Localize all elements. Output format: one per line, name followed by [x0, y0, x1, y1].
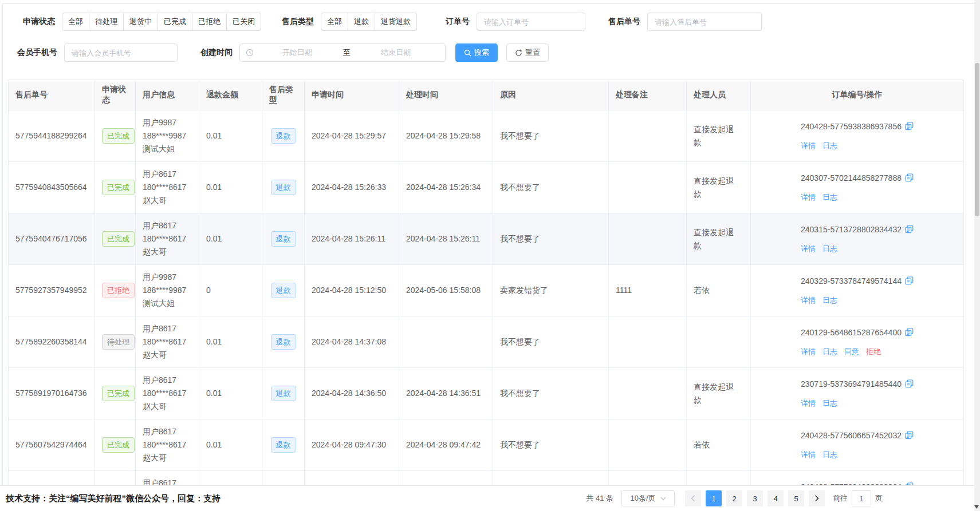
page-button-3[interactable]: 3	[747, 490, 763, 506]
op-同意-link[interactable]: 同意	[844, 347, 859, 356]
row-operations: 详情日志	[801, 448, 914, 461]
status-badge: 已完成	[102, 437, 135, 453]
scrollbar-thumb[interactable]	[975, 63, 979, 216]
vertical-scrollbar[interactable]	[974, 0, 980, 511]
user-info-cell: 用户8617180****8617赵大哥	[136, 162, 199, 213]
date-separator: 至	[341, 47, 353, 58]
type-filter-option-2[interactable]: 退货退款	[375, 13, 417, 31]
user-info-line: 188****9987	[143, 284, 192, 297]
type-cell: 退款	[262, 419, 305, 471]
table-row: 5775940476717056已完成用户8617180****8617赵大哥0…	[9, 213, 964, 265]
op-拒绝-link[interactable]: 拒绝	[866, 347, 881, 356]
user-info-line: 赵大哥	[143, 451, 192, 465]
status-filter-option-5[interactable]: 已关闭	[227, 13, 261, 31]
search-icon	[464, 49, 471, 57]
status-filter-option-1[interactable]: 待处理	[89, 13, 124, 31]
user-info-line: 赵大哥	[143, 194, 192, 207]
date-range-picker[interactable]: 开始日期 至 结束日期	[239, 43, 446, 62]
page-button-2[interactable]: 2	[726, 490, 742, 506]
reason-cell: 我不想要了	[493, 110, 609, 162]
op-详情-link[interactable]: 详情	[801, 141, 816, 150]
phone-input[interactable]	[64, 43, 178, 62]
reason-cell: 我不想要了	[493, 213, 609, 265]
next-page-button[interactable]	[809, 490, 825, 506]
op-日志-link[interactable]: 日志	[822, 244, 837, 253]
column-header: 处理时间	[399, 80, 493, 110]
type-filter-option-0[interactable]: 全部	[321, 13, 348, 31]
user-info-line: 赵大哥	[143, 348, 192, 362]
copy-icon[interactable]	[905, 123, 914, 132]
after-sales-table: 售后单号申请状态用户信息退款金额售后类型申请时间处理时间原因处理备注处理人员订单…	[8, 80, 965, 485]
type-badge: 退款	[271, 231, 296, 247]
table-header-row: 售后单号申请状态用户信息退款金额售后类型申请时间处理时间原因处理备注处理人员订单…	[9, 80, 964, 110]
start-date-placeholder[interactable]: 开始日期	[254, 47, 341, 58]
page-button-1[interactable]: 1	[706, 490, 722, 506]
status-cell: 待处理	[95, 316, 136, 368]
type-filter-option-1[interactable]: 退款	[348, 13, 375, 31]
refund-amount-cell: 0.01	[199, 419, 262, 471]
op-详情-link[interactable]: 详情	[801, 347, 816, 356]
copy-icon[interactable]	[905, 226, 914, 235]
handle-time-cell	[399, 471, 493, 486]
op-日志-link[interactable]: 日志	[822, 399, 837, 407]
remark-cell	[609, 316, 687, 368]
page-button-4[interactable]: 4	[768, 490, 784, 506]
page-size-select[interactable]: 10条/页	[621, 490, 675, 506]
search-button[interactable]: 搜索	[455, 43, 498, 62]
order-ops-cell: 240129-5648615287654400详情日志同意拒绝	[751, 316, 964, 368]
prev-page-button[interactable]	[685, 490, 701, 506]
op-详情-link[interactable]: 详情	[801, 244, 816, 253]
copy-icon[interactable]	[905, 278, 914, 287]
user-info-line: 用户8617	[143, 425, 192, 438]
op-详情-link[interactable]: 详情	[801, 296, 816, 304]
reason-cell: 我不想要了	[493, 419, 609, 471]
refund-amount-cell: 0.01	[199, 316, 262, 368]
copy-icon[interactable]	[905, 432, 914, 441]
status-filter-option-4[interactable]: 已拒绝	[192, 13, 227, 31]
handler-cell: 若依	[687, 419, 751, 471]
copy-icon[interactable]	[905, 175, 914, 184]
op-日志-link[interactable]: 日志	[822, 141, 837, 150]
page-number-list: 12345	[703, 490, 806, 506]
status-cell: 已完成	[95, 162, 136, 213]
op-日志-link[interactable]: 日志	[822, 450, 837, 459]
goto-suffix: 页	[875, 493, 883, 504]
op-详情-link[interactable]: 详情	[801, 450, 816, 459]
copy-icon[interactable]	[905, 381, 914, 390]
page-button-5[interactable]: 5	[788, 490, 804, 506]
reset-button[interactable]: 重置	[506, 43, 549, 62]
service-no-cell: 5775940843505664	[9, 162, 95, 213]
copy-icon[interactable]	[905, 329, 914, 338]
op-日志-link[interactable]: 日志	[822, 193, 837, 201]
user-info-line: 用户8617	[143, 168, 192, 181]
remark-cell	[609, 419, 687, 471]
status-badge: 已完成	[102, 180, 135, 195]
end-date-placeholder[interactable]: 结束日期	[353, 47, 440, 58]
order-no-input[interactable]	[477, 13, 585, 31]
service-no-input[interactable]	[647, 13, 762, 31]
status-filter-group: 全部待处理退货中已完成已拒绝已关闭	[62, 13, 261, 31]
remark-cell	[609, 110, 687, 162]
op-日志-link[interactable]: 日志	[822, 296, 837, 304]
column-header: 申请时间	[305, 80, 399, 110]
pagination: 共 41 条 10条/页 12345	[586, 490, 883, 506]
user-info-line: 用户8617	[143, 477, 192, 485]
op-日志-link[interactable]: 日志	[822, 347, 837, 356]
user-info-line: 用户8617	[143, 374, 192, 387]
status-filter-option-3[interactable]: 已完成	[158, 13, 192, 31]
goto-label: 前往	[833, 493, 848, 504]
refund-amount-cell: 0.01	[199, 110, 262, 162]
goto-page-input[interactable]	[852, 490, 871, 506]
user-info-line: 测试大姐	[143, 297, 192, 310]
status-filter-option-0[interactable]: 全部	[62, 13, 89, 31]
remark-cell: 1111	[609, 265, 687, 316]
op-详情-link[interactable]: 详情	[801, 193, 816, 201]
service-no-label: 售后单号	[608, 17, 640, 27]
order-ops-cell: 240307-5702144858277888详情日志	[751, 162, 964, 213]
order-ops-cell: 240315-5713728802834432详情日志	[751, 213, 964, 265]
column-header: 用户信息	[136, 80, 199, 110]
status-cell: 已完成	[95, 213, 136, 265]
op-详情-link[interactable]: 详情	[801, 399, 816, 407]
status-filter-option-2[interactable]: 退货中	[124, 13, 158, 31]
handler-cell	[687, 316, 751, 368]
